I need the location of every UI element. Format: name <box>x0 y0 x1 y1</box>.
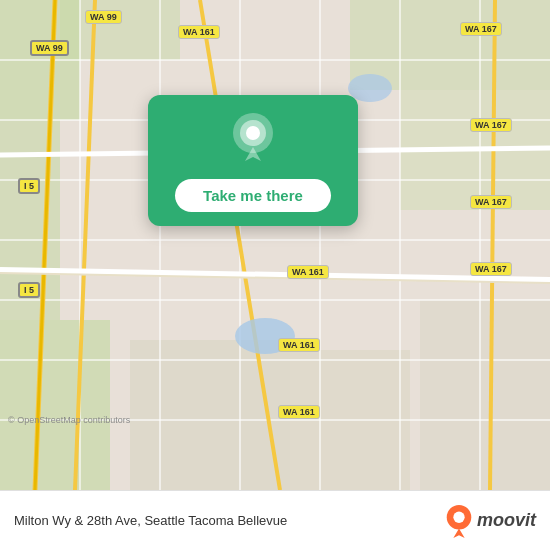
bottom-bar: Milton Wy & 28th Ave, Seattle Tacoma Bel… <box>0 490 550 550</box>
road-label-wa161-lower: WA 161 <box>278 338 320 352</box>
svg-point-35 <box>246 126 260 140</box>
moovit-logo: moovit <box>445 504 536 538</box>
svg-point-37 <box>453 511 464 522</box>
road-label-wa161-mid: WA 161 <box>287 265 329 279</box>
road-label-wa167-mid: WA 167 <box>470 118 512 132</box>
location-card: Take me there <box>148 95 358 226</box>
road-label-i5-lower: I 5 <box>18 282 40 298</box>
svg-rect-9 <box>420 300 550 490</box>
moovit-pin-icon <box>445 504 473 538</box>
road-label-wa167-further: WA 167 <box>470 262 512 276</box>
moovit-text: moovit <box>477 510 536 531</box>
road-label-wa167-top: WA 167 <box>460 22 502 36</box>
road-label-wa161-top: WA 161 <box>178 25 220 39</box>
road-label-i5-mid: I 5 <box>18 178 40 194</box>
svg-rect-3 <box>0 320 110 490</box>
take-me-there-button[interactable]: Take me there <box>175 179 331 212</box>
location-name: Milton Wy & 28th Ave, Seattle Tacoma Bel… <box>14 513 445 528</box>
svg-rect-4 <box>60 0 180 60</box>
road-label-wa99-left: WA 99 <box>30 40 69 56</box>
location-pin-icon <box>230 113 276 167</box>
road-label-wa161-bottom: WA 161 <box>278 405 320 419</box>
road-label-wa167-lower: WA 167 <box>470 195 512 209</box>
map-container: WA 99 WA 161 WA 167 WA 167 WA 167 WA 167… <box>0 0 550 490</box>
copyright-text: © OpenStreetMap contributors <box>8 415 130 425</box>
road-label-wa99-top: WA 99 <box>85 10 122 24</box>
